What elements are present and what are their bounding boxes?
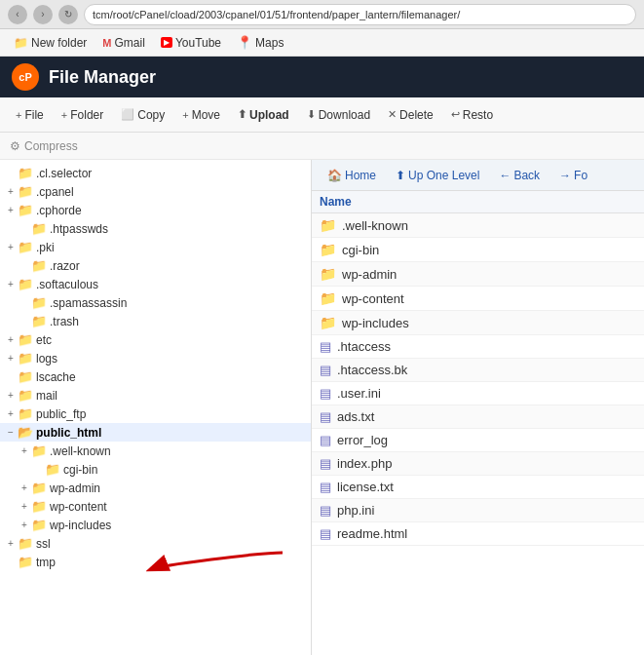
- home-button[interactable]: 🏠 Home: [320, 166, 384, 185]
- file-row-user-ini[interactable]: ▤ .user.ini: [312, 382, 644, 405]
- tree-item-label: cgi-bin: [63, 463, 97, 477]
- tree-item-cl-selector[interactable]: 📁 .cl.selector: [0, 164, 311, 182]
- folder-icon: 📁: [18, 277, 33, 291]
- home-icon: 🏠: [327, 169, 342, 182]
- tree-item-softaculous[interactable]: + 📁 .softaculous: [0, 275, 311, 293]
- folder-icon: 📁: [320, 242, 336, 257]
- file-row-cgi-bin[interactable]: 📁 cgi-bin: [312, 238, 644, 262]
- tree-item-well-known-sub[interactable]: + 📁 .well-known: [0, 442, 311, 460]
- tree-item-tmp[interactable]: 📁 tmp: [0, 553, 311, 571]
- tree-item-lscache[interactable]: 📁 lscache: [0, 367, 311, 386]
- back-nav-button[interactable]: ‹: [8, 5, 27, 24]
- tree-item-logs[interactable]: + 📁 logs: [0, 349, 311, 367]
- restore-button[interactable]: ↩ Resto: [443, 104, 501, 126]
- tree-item-wp-admin-sub[interactable]: + 📁 wp-admin: [0, 479, 311, 497]
- folder-icon: 📁: [31, 314, 47, 328]
- tree-item-label: wp-admin: [50, 482, 100, 495]
- tree-item-mail[interactable]: + 📁 mail: [0, 386, 311, 405]
- tree-item-trash[interactable]: 📁 .trash: [0, 312, 311, 330]
- file-row-wp-content[interactable]: 📁 wp-content: [312, 287, 644, 311]
- file-row-wp-admin[interactable]: 📁 wp-admin: [312, 262, 644, 287]
- download-button[interactable]: ⬇ Download: [299, 104, 378, 126]
- expand-icon[interactable]: +: [4, 352, 18, 366]
- tree-item-cpanel[interactable]: + 📁 .cpanel: [0, 182, 311, 201]
- tree-item-wp-includes-sub[interactable]: + 📁 wp-includes: [0, 516, 311, 534]
- compress-bar: ⚙ Compress: [0, 133, 644, 160]
- folder-icon: 📁: [31, 221, 47, 236]
- expand-icon[interactable]: +: [4, 407, 18, 421]
- back-button[interactable]: ← Back: [491, 166, 548, 185]
- upload-button-label: Upload: [249, 108, 289, 122]
- file-row-ads-txt[interactable]: ▤ ads.txt: [312, 405, 644, 429]
- tree-item-ssl[interactable]: + 📁 ssl: [0, 534, 311, 553]
- expand-icon[interactable]: +: [4, 278, 18, 291]
- file-name: ads.txt: [337, 409, 374, 424]
- file-button[interactable]: + File: [8, 104, 52, 126]
- up-one-level-button[interactable]: ⬆ Up One Level: [388, 166, 487, 185]
- expand-icon[interactable]: +: [4, 241, 18, 254]
- download-button-label: Download: [319, 108, 370, 122]
- file-row-htaccess-bk[interactable]: ▤ .htaccess.bk: [312, 359, 644, 382]
- tree-item-cgi-bin-sub[interactable]: 📁 cgi-bin: [0, 460, 311, 479]
- expand-icon[interactable]: +: [4, 389, 18, 403]
- url-bar[interactable]: tcm/root/cPanel/cload/2003/cpanel/01/51/…: [84, 4, 636, 25]
- tree-item-wp-content-sub[interactable]: + 📁 wp-content: [0, 497, 311, 516]
- compress-label: Compress: [24, 139, 78, 153]
- expand-icon[interactable]: +: [18, 482, 31, 495]
- expand-icon[interactable]: +: [4, 185, 18, 199]
- expand-icon[interactable]: +: [4, 204, 18, 217]
- file-row-well-known[interactable]: 📁 .well-known: [312, 213, 644, 238]
- logo-text: cP: [19, 71, 31, 83]
- folder-icon: 📁: [18, 166, 33, 180]
- file-name: index.php: [337, 456, 392, 471]
- expand-placeholder: [18, 259, 31, 273]
- tree-item-label: .cpanel: [36, 185, 74, 199]
- tree-item-label: etc: [36, 333, 52, 347]
- file-name: .htaccess.bk: [337, 363, 407, 377]
- file-row-wp-includes[interactable]: 📁 wp-includes: [312, 311, 644, 335]
- copy-button-label: Copy: [137, 108, 165, 122]
- forward-button[interactable]: → Fo: [551, 166, 595, 185]
- expand-icon[interactable]: −: [4, 426, 18, 440]
- file-icon: ▤: [320, 480, 331, 494]
- bookmark-gmail[interactable]: M Gmail: [96, 34, 151, 52]
- file-row-index-php[interactable]: ▤ index.php: [312, 452, 644, 476]
- tree-item-etc[interactable]: + 📁 etc: [0, 330, 311, 349]
- expand-placeholder: [4, 167, 18, 180]
- bookmarks-bar: 📁 New folder M Gmail ▶ YouTube 📍 Maps: [0, 29, 644, 57]
- file-row-htaccess[interactable]: ▤ .htaccess: [312, 335, 644, 359]
- file-row-license-txt[interactable]: ▤ license.txt: [312, 476, 644, 499]
- bookmark-maps[interactable]: 📍 Maps: [231, 33, 289, 52]
- expand-icon[interactable]: +: [18, 444, 31, 458]
- delete-button[interactable]: ✕ Delete: [380, 104, 441, 126]
- tree-item-cphorde[interactable]: + 📁 .cphorde: [0, 201, 311, 219]
- forward-nav-button[interactable]: ›: [33, 5, 53, 24]
- expand-icon[interactable]: +: [4, 537, 18, 551]
- tree-item-label: public_ftp: [36, 407, 86, 421]
- expand-icon[interactable]: +: [4, 333, 18, 347]
- file-name: wp-admin: [342, 267, 397, 282]
- bookmark-youtube[interactable]: ▶ YouTube: [155, 34, 227, 52]
- copy-icon: ⬜: [121, 108, 134, 121]
- file-tree-panel: 📁 .cl.selector + 📁 .cpanel + 📁 .cphorde …: [0, 160, 312, 655]
- tree-item-public-html[interactable]: − 📂 public_html: [0, 423, 311, 442]
- move-button[interactable]: + Move: [174, 104, 228, 126]
- toolbar: + File + Folder ⬜ Copy + Move ⬆ Upload ⬇…: [0, 97, 644, 133]
- copy-button[interactable]: ⬜ Copy: [113, 104, 172, 126]
- expand-icon[interactable]: +: [18, 500, 31, 514]
- tree-item-public-ftp[interactable]: + 📁 public_ftp: [0, 405, 311, 423]
- refresh-button[interactable]: ↻: [58, 5, 78, 24]
- tree-item-spamassassin[interactable]: 📁 .spamassassin: [0, 293, 311, 312]
- tree-item-htpasswds[interactable]: 📁 .htpasswds: [0, 219, 311, 238]
- file-row-php-ini[interactable]: ▤ php.ini: [312, 499, 644, 522]
- bookmark-new-folder[interactable]: 📁 New folder: [8, 34, 93, 52]
- file-row-readme-html[interactable]: ▤ readme.html: [312, 522, 644, 546]
- file-name: php.ini: [337, 503, 374, 518]
- file-row-error-log[interactable]: ▤ error_log: [312, 429, 644, 452]
- upload-button[interactable]: ⬆ Upload: [230, 104, 297, 126]
- folder-button[interactable]: + Folder: [54, 104, 111, 126]
- tree-item-razor[interactable]: 📁 .razor: [0, 256, 311, 275]
- tree-item-label: .well-known: [50, 444, 111, 458]
- expand-icon[interactable]: +: [18, 519, 31, 532]
- tree-item-pki[interactable]: + 📁 .pki: [0, 238, 311, 256]
